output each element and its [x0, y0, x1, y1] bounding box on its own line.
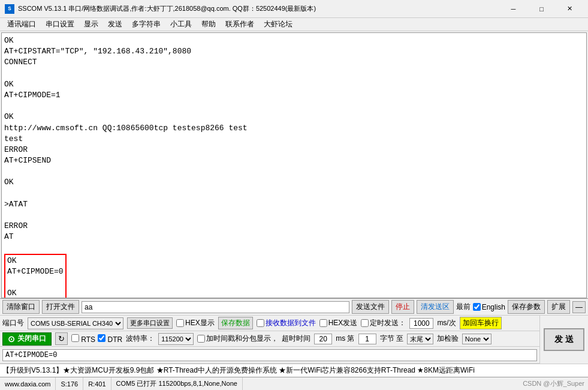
clear-window-button[interactable]: 清除窗口 [2, 300, 40, 314]
ticker-text: 【升级到V5.13.1】★大资源MCU开发板9.9包邮 ★RT-Thread中人… [2, 365, 475, 376]
timeout-input[interactable] [314, 334, 332, 344]
timeout-label: 超时时间 [282, 334, 310, 344]
port-select[interactable]: COM5 USB-SERIAL CH340 [28, 317, 123, 329]
rts-checkbox[interactable] [71, 334, 79, 342]
english-checkbox-wrap[interactable]: English [473, 303, 505, 311]
website-text: www.daxia.com [5, 380, 50, 388]
checksum-select[interactable]: None [462, 334, 491, 344]
hex-send-label: HEX发送 [328, 318, 358, 328]
recv-to-file-wrap[interactable]: 接收数据到文件 [257, 318, 316, 328]
stop-button[interactable]: 停止 [391, 300, 414, 314]
send-file-button[interactable]: 发送文件 [352, 300, 389, 314]
byte-input[interactable] [358, 334, 376, 344]
menu-luntan[interactable]: 大虾论坛 [259, 18, 297, 31]
window-title: SSCOM V5.13.1 串口/网络数据调试器,作者:大虾丁丁,2618058… [18, 4, 500, 13]
menu-xianshi[interactable]: 显示 [79, 18, 103, 31]
clear-send-button[interactable]: 清发送区 [417, 300, 454, 314]
bottom-panel: 清除窗口 打开文件 发送文件 停止 清发送区 最前 English 保存参数 扩… [0, 298, 588, 377]
rts-dtr-area: RTS DTR [71, 334, 122, 344]
port-info-segment: COM5 已打开 115200bps,8,1,None,None [111, 377, 243, 390]
s-count-segment: S:176 [56, 377, 83, 390]
settings-area: 端口号 COM5 USB-SERIAL CH340 更多串口设置 HEX显示 保… [0, 316, 539, 364]
dtr-checkbox[interactable] [98, 334, 105, 342]
zuijin-label: 最前 [456, 302, 471, 312]
status-bar: www.daxia.com S:176 R:401 COM5 已打开 11520… [0, 377, 588, 390]
watermark-text: CSDN @小辉_Super [523, 379, 588, 388]
hex-display-wrap[interactable]: HEX显示 [176, 318, 215, 328]
minimize-button[interactable]: ─ [500, 3, 527, 15]
port-icon: ⊙ [8, 334, 15, 344]
menu-duozifuchuan[interactable]: 多字符串 [127, 18, 165, 31]
timed-send-checkbox[interactable] [361, 319, 369, 327]
send-text-input[interactable] [82, 301, 349, 313]
r-count-text: R:401 [88, 380, 105, 388]
bottom-row4 [0, 347, 539, 364]
hex-display-checkbox[interactable] [176, 319, 184, 327]
english-label: English [482, 303, 505, 311]
menu-lianxi[interactable]: 联系作者 [221, 18, 259, 31]
add-crlf-button[interactable]: 加回车换行 [460, 317, 502, 329]
s-count-text: S:176 [61, 380, 78, 388]
send-button-area: 发 送 [539, 316, 588, 364]
open-file-button[interactable]: 打开文件 [42, 300, 79, 314]
refresh-button[interactable]: ↻ [55, 332, 68, 345]
menu-fasong[interactable]: 发送 [103, 18, 127, 31]
bottom-row1: 清除窗口 打开文件 发送文件 停止 清发送区 最前 English 保存参数 扩… [0, 299, 588, 316]
hex-display-label: HEX显示 [185, 318, 215, 328]
timed-send-label: 定时发送： [370, 318, 406, 328]
menu-xiaogongju[interactable]: 小工具 [165, 18, 197, 31]
bottom-row3: ⊙ 关闭串口 ↻ RTS DTR 波特率： [0, 331, 539, 347]
close-button[interactable]: ✕ [556, 3, 583, 15]
expand-button[interactable]: 扩展 [547, 300, 570, 314]
menu-bangzhu[interactable]: 帮助 [197, 18, 221, 31]
recv-to-file-label: 接收数据到文件 [266, 318, 316, 328]
menu-tongxin[interactable]: 通讯端口 [2, 18, 41, 31]
title-bar: S SSCOM V5.13.1 串口/网络数据调试器,作者:大虾丁丁,26180… [0, 0, 588, 18]
website-segment: www.daxia.com [0, 377, 56, 390]
terminal-output[interactable]: OK AT+CIPSTART="TCP", "192.168.43.210",8… [1, 32, 587, 298]
dtr-wrap[interactable]: DTR [98, 334, 122, 344]
interval-wrap[interactable]: 加时间戳和分包显示， [197, 334, 278, 344]
recv-to-file-checkbox[interactable] [257, 319, 264, 327]
interval-checkbox[interactable] [197, 335, 205, 343]
window-controls: ─ □ ✕ [500, 3, 583, 15]
rts-label: RTS [81, 335, 95, 344]
port-info-text: COM5 已打开 115200bps,8,1,None,None [116, 379, 237, 388]
port-label: 端口号 [2, 318, 24, 328]
highlight-region: OK AT+CIPMODE=0 OK [4, 254, 67, 298]
hex-send-checkbox[interactable] [319, 319, 327, 327]
interval-label: 加时间戳和分包显示， [206, 334, 278, 344]
baud-label: 波特率： [126, 334, 155, 344]
bottom-row2: 端口号 COM5 USB-SERIAL CH340 更多串口设置 HEX显示 保… [0, 316, 539, 331]
send-button[interactable]: 发 送 [544, 328, 584, 351]
rows-2-3-area: 端口号 COM5 USB-SERIAL CH340 更多串口设置 HEX显示 保… [0, 316, 588, 364]
command-input[interactable] [2, 349, 537, 361]
checksum-label: 加检验 [437, 334, 459, 344]
hex-send-wrap[interactable]: HEX发送 [319, 318, 358, 328]
menu-bar: 通讯端口 串口设置 显示 发送 多字符串 小工具 帮助 联系作者 大虾论坛 [0, 18, 588, 31]
r-count-segment: R:401 [83, 377, 111, 390]
baud-select[interactable]: 115200 [158, 333, 194, 345]
more-settings-button[interactable]: 更多串口设置 [127, 317, 173, 329]
save-params-button[interactable]: 保存参数 [508, 300, 545, 314]
menu-chuankou[interactable]: 串口设置 [41, 18, 79, 31]
rts-wrap[interactable]: RTS [71, 334, 95, 344]
maximize-button[interactable]: □ [528, 3, 555, 15]
terminal-text: OK AT+CIPSTART="TCP", "192.168.43.210",8… [4, 35, 584, 298]
news-ticker: 【升级到V5.13.1】★大资源MCU开发板9.9包邮 ★RT-Thread中人… [0, 364, 588, 377]
timed-send-wrap[interactable]: 定时发送： [361, 318, 406, 328]
save-data-button[interactable]: 保存数据 [218, 317, 253, 329]
collapse-button[interactable]: — [572, 301, 586, 313]
close-port-button[interactable]: ⊙ 关闭串口 [2, 332, 52, 346]
ms2-label: ms 第 [336, 334, 354, 344]
close-port-label: 关闭串口 [17, 334, 46, 344]
dtr-label: DTR [107, 335, 122, 344]
byte-label: 字节 至 [380, 334, 403, 344]
ms-label: ms/次 [437, 318, 456, 328]
main-area: OK AT+CIPSTART="TCP", "192.168.43.210",8… [0, 31, 588, 390]
timed-interval-input[interactable] [409, 318, 433, 329]
app-icon: S [5, 4, 14, 14]
english-checkbox[interactable] [473, 303, 481, 311]
tail-select[interactable]: 末尾 [407, 334, 433, 344]
